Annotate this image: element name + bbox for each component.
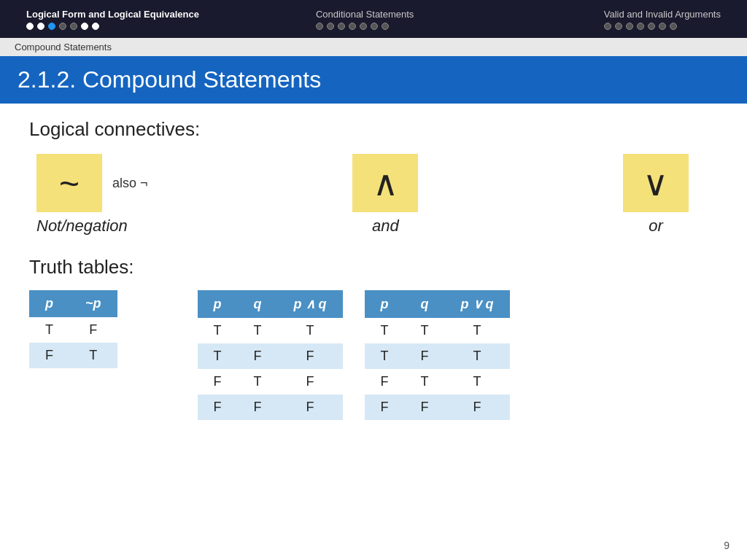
top-navigation: Logical Form and Logical Equivalence Con… xyxy=(0,0,747,38)
table-cell: T xyxy=(69,343,117,368)
slide-title: 2.1.2. Compound Statements xyxy=(18,66,729,93)
dot xyxy=(615,23,622,30)
table-cell: F xyxy=(238,343,278,369)
table-cell: F xyxy=(238,394,278,420)
table-cell: T xyxy=(365,318,405,343)
table-and: p q p ∧ q TTTTFFFTFFFF xyxy=(198,290,343,420)
table-cell: F xyxy=(278,343,343,369)
dot xyxy=(371,23,378,30)
dot xyxy=(327,23,334,30)
table-cell: T xyxy=(445,343,510,369)
table-cell: F xyxy=(29,343,69,368)
table-cell: F xyxy=(198,394,238,420)
table-cell: T xyxy=(29,317,69,343)
breadcrumb-text: Compound Statements xyxy=(15,42,112,52)
table2-header-pandq: p ∧ q xyxy=(278,290,343,318)
table-cell: F xyxy=(278,394,343,420)
connective-box-or: ∨ xyxy=(623,154,689,212)
table2-header-q: q xyxy=(238,290,278,318)
table1-header-notp: ~p xyxy=(69,290,117,317)
page-number: 9 xyxy=(724,540,729,551)
nav-dots-2 xyxy=(316,23,414,30)
dot xyxy=(37,23,44,30)
connective-and-group: ∧ and xyxy=(352,154,418,236)
dot xyxy=(349,23,356,30)
dot xyxy=(360,23,367,30)
nav-title-1: Logical Form and Logical Equivalence xyxy=(26,9,199,20)
dot xyxy=(26,23,34,30)
connective-or-group: ∨ or xyxy=(623,154,689,236)
table2-header-p: p xyxy=(198,290,238,318)
table-cell: F xyxy=(445,394,510,420)
connective-box-and: ∧ xyxy=(352,154,418,212)
dot xyxy=(648,23,655,30)
table-or: p q p ∨ q TTTTFTFTTFFF xyxy=(365,290,510,420)
dot xyxy=(604,23,611,30)
table-cell: T xyxy=(198,343,238,369)
connective-label-and: and xyxy=(372,217,399,236)
table-cell: F xyxy=(198,369,238,394)
nav-section-valid-invalid[interactable]: Valid and Invalid Arguments xyxy=(589,0,735,38)
table-cell: F xyxy=(405,343,445,369)
table-cell: T xyxy=(445,318,510,343)
table3-header-porq: p ∨ q xyxy=(445,290,510,318)
slide-content: Logical connectives: ~ also ¬ Not/negati… xyxy=(0,104,747,435)
table3-header-p: p xyxy=(365,290,405,318)
table3-header-q: q xyxy=(405,290,445,318)
table-cell: F xyxy=(278,369,343,394)
dot xyxy=(59,23,66,30)
table-cell: F xyxy=(365,394,405,420)
tables-row: p ~p TFFT p q p ∧ q TTTTFFFTFFFF xyxy=(29,290,718,420)
dot xyxy=(81,23,88,30)
table1-header-p: p xyxy=(29,290,69,317)
dot xyxy=(659,23,666,30)
dot xyxy=(70,23,77,30)
table-cell: T xyxy=(405,369,445,394)
nav-section-conditional[interactable]: Conditional Statements xyxy=(301,0,428,38)
nav-title-3: Valid and Invalid Arguments xyxy=(604,9,721,20)
breadcrumb: Compound Statements xyxy=(0,38,747,56)
dot xyxy=(338,23,345,30)
dot xyxy=(48,23,55,30)
connective-box-not: ~ xyxy=(36,154,102,212)
dot xyxy=(316,23,323,30)
dot xyxy=(637,23,644,30)
nav-dots-1 xyxy=(26,23,199,30)
table-cell: T xyxy=(445,369,510,394)
connective-not-group: ~ also ¬ Not/negation xyxy=(29,154,148,236)
dot xyxy=(92,23,99,30)
also-text: also ¬ xyxy=(112,176,148,191)
table-cell: F xyxy=(69,317,117,343)
table-cell: T xyxy=(405,318,445,343)
truth-tables-heading: Truth tables: xyxy=(29,256,718,279)
table-not: p ~p TFFT xyxy=(29,290,117,368)
nav-title-2: Conditional Statements xyxy=(316,9,414,20)
connective-label-or: or xyxy=(649,217,663,236)
dot xyxy=(382,23,389,30)
nav-dots-3 xyxy=(604,23,721,30)
table-cell: T xyxy=(238,318,278,343)
connective-label-not: Not/negation xyxy=(36,217,128,236)
slide-title-bar: 2.1.2. Compound Statements xyxy=(0,56,747,104)
table-cell: F xyxy=(405,394,445,420)
dot xyxy=(626,23,633,30)
table-cell: T xyxy=(278,318,343,343)
table-cell: T xyxy=(365,343,405,369)
connectives-heading: Logical connectives: xyxy=(29,118,718,141)
table-cell: T xyxy=(238,369,278,394)
dot xyxy=(670,23,677,30)
table-cell: F xyxy=(365,369,405,394)
nav-section-logical-form[interactable]: Logical Form and Logical Equivalence xyxy=(12,0,214,38)
table-cell: T xyxy=(198,318,238,343)
